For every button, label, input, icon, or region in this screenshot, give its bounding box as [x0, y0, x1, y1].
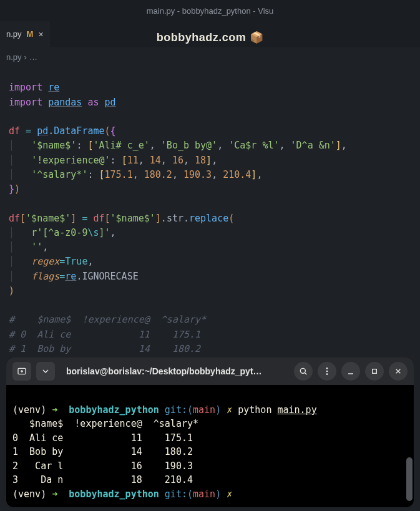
comma: ,	[139, 155, 144, 166]
colon: :	[76, 140, 82, 151]
bracket: [	[20, 213, 26, 224]
prompt-arrow-icon: ➜	[52, 489, 57, 500]
alias-pd: pd	[105, 97, 116, 108]
bracket: [	[99, 169, 105, 180]
venv-label: (venv)	[12, 489, 46, 500]
comma: ,	[150, 140, 155, 151]
comma: ,	[341, 140, 347, 151]
const-true: True	[65, 256, 87, 267]
venv-label: (venv)	[12, 404, 46, 416]
tab-label: n.py	[6, 29, 22, 39]
fn-replace: replace	[189, 213, 228, 224]
search-icon	[298, 366, 308, 376]
comma: ,	[217, 140, 223, 151]
comma: ,	[110, 227, 116, 238]
var-df: df	[9, 213, 20, 224]
git-suffix: )	[215, 489, 221, 500]
git-branch: main	[193, 404, 215, 416]
output-row: 1 Bob by 14 180.2	[12, 446, 193, 457]
search-button[interactable]	[294, 362, 313, 381]
maximize-button[interactable]	[365, 362, 384, 381]
escape: \s	[87, 227, 99, 238]
git-prefix: git:(	[165, 489, 193, 500]
terminal-panel: borislav@borislav:~/Desktop/bobbyhadz_py…	[6, 358, 414, 507]
fn-dataframe: DataFrame	[54, 125, 104, 137]
git-prefix: git:(	[165, 404, 193, 416]
comma: ,	[172, 169, 178, 180]
id-pd: pd	[37, 125, 48, 137]
svg-point-3	[326, 371, 328, 372]
comma: ,	[161, 155, 167, 166]
dot: .	[161, 213, 167, 224]
op-eq: =	[59, 271, 65, 282]
comma: ,	[256, 169, 262, 180]
terminal-title: borislav@borislav:~/Desktop/bobbyhadz_py…	[60, 366, 289, 376]
bracket: ]	[155, 213, 161, 224]
op-eq: =	[82, 213, 87, 224]
kw-import: import	[9, 97, 42, 108]
terminal-body[interactable]: (venv) ➜ bobbyhadz_python git:(main) ✗ p…	[6, 385, 414, 507]
terminal-scrollbar[interactable]	[406, 457, 413, 501]
kw-import: import	[9, 82, 42, 93]
paren: (	[228, 213, 234, 224]
num: 175.1	[105, 169, 133, 180]
tab-dropdown-button[interactable]	[36, 362, 55, 381]
num: 190.3	[183, 169, 212, 180]
comma: ,	[42, 241, 48, 253]
param-flags: flags	[31, 271, 59, 282]
minimize-button[interactable]	[341, 362, 360, 381]
paren: )	[14, 183, 20, 195]
brace: {	[110, 125, 116, 137]
comma: ,	[212, 169, 217, 180]
close-icon[interactable]: ×	[38, 29, 43, 39]
str: a-z0-9	[54, 227, 87, 238]
comma: ,	[87, 256, 93, 267]
comment: # 0 Ali ce 11 175.1	[9, 329, 200, 340]
comment: # $name$ !experience@ ^salary*	[9, 314, 206, 325]
close-icon	[393, 366, 403, 376]
chevron-down-icon	[41, 366, 51, 376]
menu-button[interactable]	[318, 362, 336, 381]
breadcrumb-more: …	[29, 52, 37, 62]
output-row: 2 Car l 16 190.3	[12, 460, 193, 472]
comma: ,	[133, 169, 139, 180]
brace: }	[9, 183, 14, 195]
plus-square-icon	[17, 366, 27, 376]
breadcrumb[interactable]: n.py › …	[0, 47, 420, 64]
window-title-bar: main.py - bobbyhadz_python - Visu	[0, 0, 420, 21]
num: 210.4	[223, 169, 251, 180]
output-row: 3 Da n 18 210.4	[12, 474, 193, 485]
str: ''	[31, 241, 42, 253]
git-dirty-icon: ✗	[227, 404, 232, 416]
num: 16	[172, 155, 183, 166]
breadcrumb-file: n.py	[6, 52, 22, 62]
tab-modified-indicator: M	[27, 29, 34, 39]
kw-as: as	[87, 97, 99, 108]
svg-rect-5	[373, 369, 377, 374]
tab-main-py[interactable]: n.py M ×	[0, 21, 50, 47]
str: '$name$'	[26, 213, 71, 224]
bracket: [	[105, 213, 110, 224]
chevron-right-icon: ›	[24, 52, 27, 62]
op-eq: =	[26, 125, 31, 137]
svg-point-1	[300, 368, 305, 373]
svg-point-2	[326, 367, 328, 369]
new-tab-button[interactable]	[12, 362, 31, 381]
close-button[interactable]	[389, 362, 408, 381]
str: '$name$'	[110, 213, 155, 224]
str: 'Ca$r %l'	[228, 140, 279, 151]
colon: :	[110, 155, 116, 166]
str: '!experience@'	[31, 155, 110, 166]
str: 'D^a &n'	[291, 140, 336, 151]
code-editor[interactable]: import re import pandas as pd df = pd.Da…	[0, 64, 420, 406]
colon: :	[87, 169, 93, 180]
bracket: ]	[206, 155, 212, 166]
prompt-dir: bobbyhadz_python	[69, 489, 159, 500]
var-df: df	[9, 125, 20, 137]
param-regex: regex	[31, 256, 59, 267]
num: 18	[195, 155, 206, 166]
str: 'Bo_b by@'	[161, 140, 217, 151]
comma: ,	[183, 155, 189, 166]
bracket: ]	[71, 213, 76, 224]
window-title: main.py - bobbyhadz_python - Visu	[147, 6, 274, 16]
